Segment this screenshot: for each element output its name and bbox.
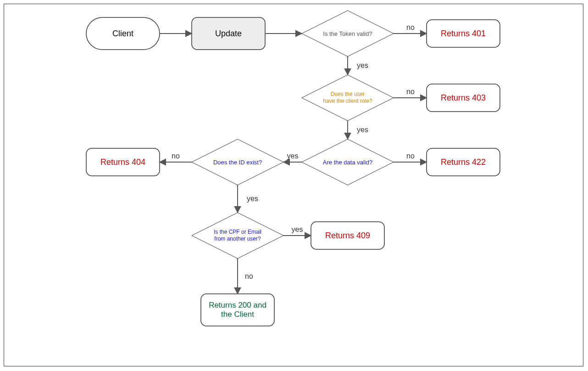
edge-cpf-409-label: yes — [292, 225, 303, 233]
node-returns-403: Returns 403 — [427, 84, 500, 112]
node-id-exist-label: Does the ID exist? — [213, 159, 262, 166]
flowchart-svg: Client Update Is the Token valid? Return… — [0, 0, 588, 371]
node-client: Client — [86, 17, 160, 50]
node-token-valid: Is the Token valid? — [302, 11, 394, 56]
node-update-label: Update — [215, 29, 242, 38]
node-user-role-line2: have the client role? — [323, 98, 372, 104]
node-returns-422-label: Returns 422 — [441, 157, 486, 167]
node-data-valid: Are the data valid? — [302, 139, 394, 185]
node-update: Update — [192, 17, 265, 50]
edge-cpf-200-label: no — [245, 272, 253, 280]
node-cpf-email-line1: Is the CPF or Email — [214, 229, 261, 235]
edge-id-cpf-label: yes — [247, 195, 258, 202]
node-returns-409: Returns 409 — [311, 222, 384, 249]
edge-role-data-label: yes — [357, 126, 368, 134]
node-id-exist: Does the ID exist? — [192, 139, 283, 185]
edge-data-422-label: no — [406, 152, 415, 160]
edge-token-role-label: yes — [357, 62, 368, 69]
node-token-valid-label: Is the Token valid? — [323, 30, 372, 37]
edge-role-403-label: no — [406, 88, 415, 96]
node-returns-200: Returns 200 and the Client — [201, 294, 274, 326]
node-client-label: Client — [112, 29, 133, 38]
node-data-valid-label: Are the data valid? — [323, 159, 372, 166]
edge-id-404-label: no — [172, 152, 180, 160]
node-cpf-email: Is the CPF or Email from another user? — [192, 213, 283, 259]
node-returns-200-line1: Returns 200 and — [209, 301, 266, 309]
node-user-role: Does the user have the client role? — [302, 75, 394, 121]
edge-token-401-label: no — [406, 23, 415, 31]
node-returns-200-line2: the Client — [221, 310, 254, 319]
node-returns-401: Returns 401 — [427, 20, 500, 47]
node-returns-409-label: Returns 409 — [325, 231, 370, 240]
node-returns-401-label: Returns 401 — [441, 29, 486, 38]
node-user-role-line1: Does the user — [331, 91, 365, 97]
node-returns-422: Returns 422 — [427, 148, 500, 176]
node-returns-403-label: Returns 403 — [441, 93, 486, 102]
node-returns-404: Returns 404 — [86, 148, 160, 176]
node-returns-404-label: Returns 404 — [100, 157, 145, 167]
node-cpf-email-line2: from another user? — [214, 236, 261, 242]
edge-data-id-label: yes — [287, 152, 299, 160]
